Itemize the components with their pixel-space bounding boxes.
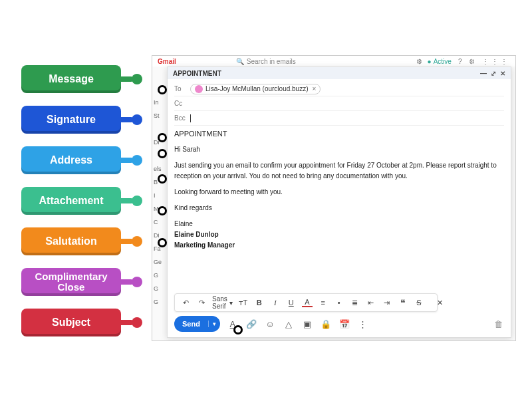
compose-bottom-bar: Send ▾ A 🔗 ☺ △ ▣ 🔒 📅 ⋮ 🗑 [174,315,504,333]
body-text-2: Looking forward to meeting with you. [174,187,504,198]
email-body[interactable]: Hi Sarah Just sending you an email to co… [168,142,511,253]
search-input[interactable]: Search in emails [236,58,411,65]
sidebar-ghost: InStDrelsBIMCDiFaGeGGG [152,96,168,309]
clear-format-button[interactable]: ✕ [435,299,446,307]
recipient-chip[interactable]: Lisa-Joy McMullan (ourcloud.buzz) × [190,84,321,94]
italic-button[interactable]: I [270,299,281,307]
drop-pin[interactable] [158,206,167,215]
label-subject[interactable]: Subject [21,309,121,336]
label-signature[interactable]: Signature [21,106,121,134]
label-salutation[interactable]: Salutation [21,227,121,255]
drop-pin[interactable] [158,149,167,158]
format-toolbar: ↶ ↷ Sans Serif▾ ᴛT B I U A ≡ • ≣ ⇤ ⇥ ❝ S… [174,293,438,312]
bullets-button[interactable]: • [334,299,344,307]
filter-icon[interactable]: ⚙ [416,58,422,65]
expand-icon[interactable]: ⤢ [491,70,496,77]
outdent-button[interactable]: ⇤ [366,299,376,307]
font-selector[interactable]: Sans Serif▾ [212,295,233,310]
lock-icon[interactable]: 🔒 [320,318,332,330]
indent-button[interactable]: ⇥ [382,299,392,307]
body-text: Just sending you an email to confirm you… [174,160,504,182]
more-icon[interactable]: ⋮ [357,318,369,330]
close-icon[interactable]: ✕ [500,70,505,77]
drop-pin[interactable] [158,174,167,184]
send-dropdown[interactable]: ▾ [208,321,220,327]
undo-button[interactable]: ↶ [180,299,191,307]
gmail-header: Gmail Search in emails ⚙ Active ? ⚙ ⋮⋮⋮ [152,56,515,66]
cc-field[interactable]: Cc [174,96,504,111]
drive-icon[interactable]: △ [283,318,295,330]
compose-title: APPOINTMENT [173,70,221,77]
bold-button[interactable]: B [254,299,265,307]
label-attachment[interactable]: Attachement [21,187,121,215]
align-button[interactable]: ≡ [318,299,329,307]
drop-pin[interactable] [233,325,243,334]
quote-button[interactable]: ❝ [398,297,408,309]
gmail-logo: Gmail [158,58,176,65]
header-icons[interactable]: ? ⚙ ⋮⋮⋮ [458,58,510,65]
calendar-icon[interactable]: 📅 [338,318,350,330]
signature-block: Elaine Elaine Dunlop Marketing Manager [174,219,504,251]
greeting: Hi Sarah [174,144,504,155]
send-button[interactable]: Send ▾ [174,316,220,332]
status-badge: Active [428,58,452,65]
gmail-screenshot: Gmail Search in emails ⚙ Active ? ⚙ ⋮⋮⋮ … [152,55,516,341]
label-message[interactable]: Message [21,65,121,93]
underline-button[interactable]: U [286,299,297,307]
remove-icon[interactable]: × [313,85,317,92]
text-cursor [190,114,191,122]
strike-button[interactable]: S [414,299,424,307]
font-size-button[interactable]: ᴛT [238,299,249,307]
compose-window: APPOINTMENT — ⤢ ✕ To Lisa-Joy McMullan (… [167,66,511,338]
label-address[interactable]: Address [21,146,121,174]
compose-titlebar[interactable]: APPOINTMENT — ⤢ ✕ [168,67,511,79]
text-color-button[interactable]: A [302,298,313,307]
minimize-icon[interactable]: — [480,70,487,77]
label-column: Message Signature Address Attachement Sa… [21,65,121,349]
avatar [195,85,203,93]
image-icon[interactable]: ▣ [301,318,313,330]
bcc-field[interactable]: Bcc [174,111,504,126]
trash-icon[interactable]: 🗑 [492,318,504,330]
emoji-icon[interactable]: ☺ [264,318,276,330]
label-complimentary-close[interactable]: ComplimentaryClose [21,268,121,296]
link-icon[interactable]: 🔗 [245,318,257,330]
subject-line[interactable]: APPOINTMENT [168,126,511,142]
redo-button[interactable]: ↷ [196,299,207,307]
drop-pin[interactable] [158,133,167,142]
to-field[interactable]: To Lisa-Joy McMullan (ourcloud.buzz) × [174,82,504,96]
closing: Kind regards [174,203,504,213]
drop-pin[interactable] [158,85,167,94]
numbered-button[interactable]: ≣ [350,299,360,307]
drop-pin[interactable] [158,238,167,247]
